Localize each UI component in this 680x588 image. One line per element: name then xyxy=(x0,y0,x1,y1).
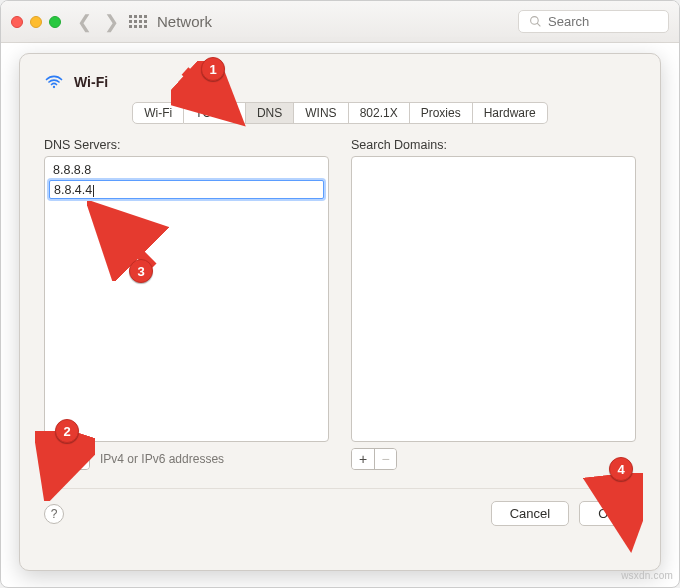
tabbar: Wi-Fi TCP/IP DNS WINS 802.1X Proxies Har… xyxy=(44,102,636,124)
search-input[interactable] xyxy=(548,14,658,29)
tab-dns[interactable]: DNS xyxy=(246,102,294,124)
tab-proxies[interactable]: Proxies xyxy=(410,102,473,124)
dns-add-remove: + − xyxy=(44,448,90,470)
tab-hardware[interactable]: Hardware xyxy=(473,102,548,124)
forward-button[interactable]: ❯ xyxy=(104,11,119,33)
toolbar: ❮ ❯ Network xyxy=(1,1,679,43)
search-field[interactable] xyxy=(518,10,669,33)
sheet-footer: ? Cancel OK xyxy=(44,488,636,526)
tab-8021x[interactable]: 802.1X xyxy=(349,102,410,124)
tab-wifi[interactable]: Wi-Fi xyxy=(132,102,184,124)
tab-wins[interactable]: WINS xyxy=(294,102,348,124)
cancel-button[interactable]: Cancel xyxy=(491,501,569,526)
settings-sheet: Wi-Fi Wi-Fi TCP/IP DNS WINS 802.1X Proxi… xyxy=(19,53,661,571)
svg-point-0 xyxy=(531,17,539,25)
page-title: Wi-Fi xyxy=(74,74,108,90)
search-domains-list[interactable] xyxy=(351,156,636,442)
watermark: wsxdn.com xyxy=(621,570,673,581)
svg-point-2 xyxy=(53,86,55,88)
wifi-icon xyxy=(44,72,64,92)
show-all-icon[interactable] xyxy=(129,15,147,28)
dns-label: DNS Servers: xyxy=(44,138,329,152)
ok-button[interactable]: OK xyxy=(579,501,636,526)
add-domain-button[interactable]: + xyxy=(352,449,374,469)
remove-domain-button: − xyxy=(374,449,396,469)
back-button[interactable]: ❮ xyxy=(77,11,92,33)
remove-dns-button[interactable]: − xyxy=(67,449,89,469)
help-button[interactable]: ? xyxy=(44,504,64,524)
add-dns-button[interactable]: + xyxy=(45,449,67,469)
window-frame: ❮ ❯ Network Wi-Fi Wi-Fi TCP/IP DNS xyxy=(0,0,680,588)
close-window-icon[interactable] xyxy=(11,16,23,28)
tab-tcpip[interactable]: TCP/IP xyxy=(184,102,246,124)
list-item-editing[interactable]: 8.8.4.4 xyxy=(49,180,324,199)
minimize-window-icon[interactable] xyxy=(30,16,42,28)
nav-arrows: ❮ ❯ xyxy=(77,11,119,33)
list-item[interactable]: 8.8.8.8 xyxy=(45,161,328,180)
dns-hint: IPv4 or IPv6 addresses xyxy=(100,452,224,466)
svg-line-1 xyxy=(537,23,540,26)
zoom-window-icon[interactable] xyxy=(49,16,61,28)
search-domains-label: Search Domains: xyxy=(351,138,636,152)
window-title: Network xyxy=(157,13,212,30)
dns-list[interactable]: 8.8.8.8 8.8.4.4 xyxy=(44,156,329,442)
search-domains-add-remove: + − xyxy=(351,448,397,470)
traffic-lights xyxy=(11,16,61,28)
search-icon xyxy=(529,15,542,28)
